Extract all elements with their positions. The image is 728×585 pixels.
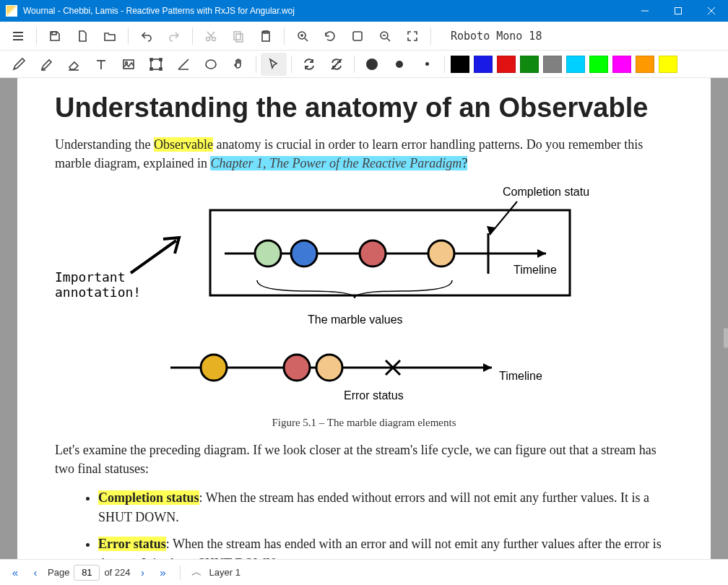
figure-caption: Figure 5.1 – The marble diagram elements [55,417,673,429]
close-button[interactable] [695,0,728,22]
redo-button[interactable] [162,24,186,48]
color-black[interactable] [451,56,469,73]
svg-point-8 [207,37,210,40]
color-magenta[interactable] [612,56,631,73]
page-total: of 224 [104,567,130,578]
color-orange[interactable] [636,56,654,73]
svg-text:The marble values: The marble values [308,313,403,326]
maximize-button[interactable] [662,0,695,22]
svg-text:Error status: Error status [344,389,404,402]
text-tool[interactable] [88,53,114,76]
highlight-chapter-link: Chapter 1, The Power of the Reactive Par… [210,156,462,170]
minimize-button[interactable] [628,0,662,22]
svg-text:Timeline: Timeline [499,370,542,382]
svg-point-9 [212,37,216,40]
page-label: Page [48,567,69,578]
tools-toolbar [0,51,728,78]
stroke-large[interactable] [359,53,385,76]
svg-point-47 [291,240,317,266]
document-page[interactable]: Understanding the anatomy of an Observab… [17,78,711,559]
page-heading: Understanding the anatomy of an Observab… [55,92,673,124]
paragraph-1: Understanding the Observable anatomy is … [55,135,673,173]
page-input[interactable] [74,565,100,581]
bullet-list: Completion status: When the stream has e… [55,488,673,559]
main-toolbar: Roboto Mono 18 [0,22,728,51]
layer-up-button[interactable]: ︿ [189,565,205,581]
svg-rect-33 [150,68,152,70]
color-red[interactable] [497,56,516,73]
zoom-in-button[interactable] [290,24,315,48]
annotation-block: Important annotation! [55,183,185,300]
ellipse-tool[interactable] [198,53,224,76]
prev-page-button[interactable]: ‹ [27,565,43,581]
svg-rect-7 [52,32,56,35]
pointer-tool[interactable] [261,53,287,76]
ruler-tool[interactable] [170,53,196,76]
zoom-out-button[interactable] [373,24,397,48]
svg-line-17 [305,38,308,41]
hand-tool[interactable] [225,53,251,76]
svg-point-56 [316,355,342,381]
color-cyan[interactable] [566,56,585,73]
layer-label: Layer 1 [209,567,240,578]
svg-rect-34 [160,68,162,70]
app-icon [6,5,17,17]
new-doc-button[interactable] [70,24,95,48]
svg-rect-32 [160,58,162,61]
zoom-reset-button[interactable] [318,24,342,48]
highlight-observable: Observable [154,137,213,152]
svg-rect-1 [675,8,682,14]
undo-button[interactable] [134,24,159,48]
color-yellow[interactable] [659,56,677,73]
window-title: Wournal - Chebbi, Lamis - Reactive Patte… [23,6,628,16]
svg-rect-12 [234,32,240,40]
svg-point-49 [428,240,454,266]
diagram-row-1: Important annotation! Completion status … [55,183,673,334]
marble-diagram-1: Completion status Timeline The marble va [185,183,589,334]
fullscreen-button[interactable] [400,24,425,48]
first-page-button[interactable]: « [7,565,23,581]
select-rect-tool[interactable] [143,53,169,76]
svg-line-39 [490,202,517,235]
highlighter-tool[interactable] [33,53,59,76]
image-tool[interactable] [116,53,142,76]
sync-off-button[interactable] [324,53,350,76]
color-blue[interactable] [474,56,493,73]
svg-marker-52 [483,363,492,372]
content-area: Understanding the anatomy of an Observab… [0,78,728,559]
scrollbar-thumb[interactable] [724,328,728,348]
bullet-completion: Completion status: When the stream has e… [98,488,673,527]
pen-tool[interactable] [6,53,32,76]
annotation-arrow-icon [127,233,188,277]
color-lime[interactable] [589,56,608,73]
cut-button[interactable] [199,24,223,48]
save-button[interactable] [43,24,67,48]
stroke-small[interactable] [414,53,440,76]
copy-button[interactable] [226,24,251,48]
next-page-button[interactable]: › [135,565,151,581]
eraser-tool[interactable] [61,53,87,76]
paste-button[interactable] [254,24,278,48]
zoom-fit-button[interactable] [345,24,370,48]
bullet-error: Error status: When the stream has ended … [98,534,673,559]
annotation-text-line2: annotation! [55,285,185,300]
svg-point-46 [255,240,281,266]
paragraph-2: Let's examine the preceding diagram. If … [55,441,673,478]
svg-marker-43 [537,249,546,258]
svg-point-55 [284,355,310,381]
last-page-button[interactable]: » [155,565,171,581]
stroke-medium[interactable] [386,53,412,76]
svg-point-35 [206,60,216,69]
sync-button[interactable] [296,53,322,76]
font-selector[interactable]: Roboto Mono 18 [443,26,550,46]
svg-line-37 [131,240,176,273]
color-green[interactable] [520,56,539,73]
menu-button[interactable] [6,24,30,48]
titlebar: Wournal - Chebbi, Lamis - Reactive Patte… [0,0,728,22]
open-button[interactable] [98,24,122,48]
svg-text:Completion status: Completion status [503,186,589,198]
color-gray[interactable] [543,56,562,73]
svg-rect-20 [353,32,362,40]
svg-point-54 [201,355,227,381]
statusbar: « ‹ Page of 224 › » ︿ Layer 1 [0,559,728,585]
